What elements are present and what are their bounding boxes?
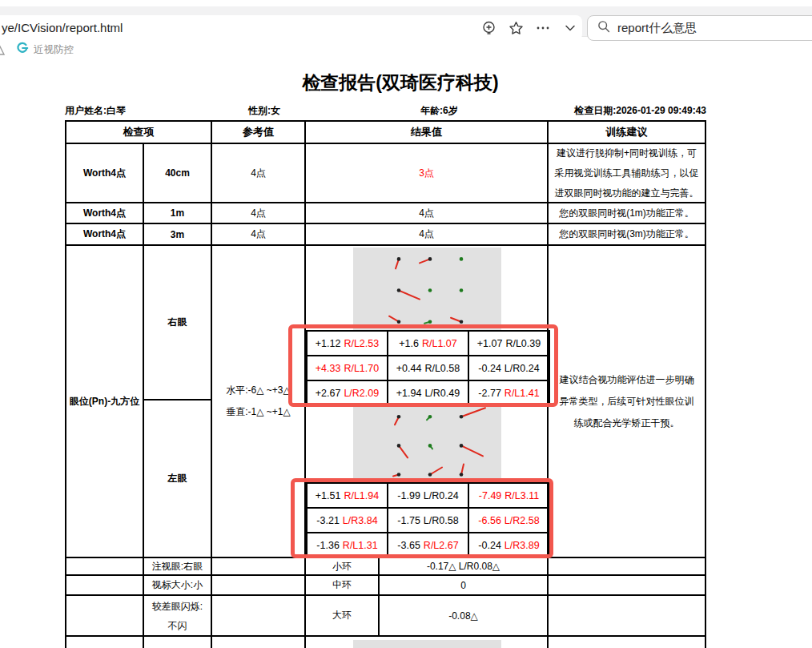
ring-small-label: 小环	[304, 557, 380, 576]
meta-age: 年龄:6岁	[420, 104, 458, 118]
page-title: 检查报告(双琦医疗科技)	[0, 70, 801, 95]
worth40-result: 3点	[304, 143, 549, 203]
eyepos-left-eye-label: 左眼	[143, 399, 212, 558]
annotation-box-right-eye	[288, 324, 558, 407]
worth40-dist: 40cm	[143, 143, 212, 203]
empty-cell	[65, 557, 144, 576]
empty-cell	[143, 635, 212, 648]
worth1m-advice: 您的双眼同时视(1m)功能正常。	[547, 202, 706, 224]
empty-cell	[211, 635, 306, 648]
empty-cell	[547, 635, 706, 648]
empty-cell	[65, 574, 144, 596]
bookmark-item[interactable]: 近视防控	[16, 42, 74, 58]
eyepos-right-eye-label: 右眼	[143, 244, 212, 400]
header-item: 检查项	[65, 120, 212, 144]
worth3m-advice: 您的双眼同时视(3m)功能正常。	[547, 223, 706, 246]
ring-big-label: 大环	[304, 594, 380, 637]
worth1m-result: 4点	[304, 202, 549, 224]
worth1m-dist: 1m	[143, 202, 212, 224]
worth1m-ref: 4点	[211, 202, 306, 224]
search-input[interactable]: report什么意思	[617, 21, 697, 36]
bookmark-favicon-icon	[16, 42, 29, 58]
header-result: 结果值	[304, 120, 549, 144]
ring-mid-value: 0	[378, 574, 549, 596]
right-eye-dot-pattern	[353, 248, 501, 330]
chevron-down-icon[interactable]	[562, 20, 578, 36]
target-size: 视标大小:小	[143, 574, 212, 596]
worth40-ref: 4点	[211, 143, 306, 203]
empty-cell	[547, 594, 706, 637]
worth3m-item: Worth4点	[65, 223, 144, 246]
left-eye-dot-pattern	[353, 406, 501, 482]
empty-cell	[211, 557, 306, 576]
eyepos-advice: 建议结合视功能评估进一步明确异常类型，后续可针对性眼位训练或配合光学矫正干预。	[547, 244, 706, 558]
worth3m-dist: 3m	[143, 223, 212, 246]
annotation-box-left-eye	[291, 478, 553, 558]
ellipsis-icon[interactable]	[535, 20, 551, 36]
empty-cell	[547, 557, 706, 576]
empty-cell	[65, 594, 144, 637]
worth3m-result: 4点	[304, 223, 549, 246]
header-advice: 训练建议	[547, 120, 706, 144]
bookmarks-bar: 近视防控	[0, 42, 812, 59]
worth40-advice: 建议进行脱抑制+同时视训练，可采用视觉训练工具辅助练习，以促进双眼同时视功能的建…	[547, 143, 706, 203]
empty-cell	[211, 594, 306, 637]
url-text[interactable]: ye/ICVision/report.html	[2, 21, 123, 34]
flicker-line2: 不闪	[168, 616, 187, 635]
report-meta: 用户姓名:白琴 性别:女 年龄:6岁 检查日期:2026-01-29 09:49…	[65, 104, 706, 117]
search-icon	[597, 20, 610, 36]
reader-plus-icon[interactable]	[480, 20, 496, 36]
header-reference: 参考值	[211, 120, 306, 144]
meta-username: 用户姓名:白琴	[65, 104, 126, 118]
next-dot-pattern	[353, 640, 501, 648]
flicker-line1: 较差眼闪烁:	[152, 597, 203, 616]
ring-small-value: -0.17△ L/R0.08△	[378, 557, 549, 576]
eyepos-ref-vertical: 垂直:-1△ ~+1△	[226, 401, 290, 423]
fixation-eye: 注视眼:右眼	[143, 557, 212, 576]
empty-cell	[211, 574, 306, 596]
empty-cell	[547, 574, 706, 596]
search-box[interactable]: report什么意思	[587, 15, 812, 41]
meta-date: 检查日期:2026-01-29 09:49:43	[574, 104, 706, 118]
star-icon[interactable]	[508, 20, 524, 36]
bookmark-partial-icon[interactable]	[0, 44, 7, 58]
next-pattern-cell	[304, 635, 549, 648]
worth3m-ref: 4点	[211, 223, 306, 246]
flicker-cell: 较差眼闪烁: 不闪	[143, 594, 212, 637]
ring-mid-label: 中环	[304, 574, 380, 596]
eyepos-ref-horizontal: 水平:-6△ ~+3△	[226, 380, 290, 401]
worth40-item: Worth4点	[65, 143, 144, 203]
worth1m-item: Worth4点	[65, 202, 144, 224]
eyepos-label: 眼位(Pn)-九方位	[65, 244, 144, 558]
empty-cell	[65, 635, 144, 648]
bookmark-label: 近视防控	[34, 43, 74, 57]
browser-toolbar: ye/ICVision/report.html report什么意思	[0, 6, 812, 37]
meta-gender: 性别:女	[248, 104, 280, 118]
ring-big-value: -0.08△	[378, 594, 549, 637]
